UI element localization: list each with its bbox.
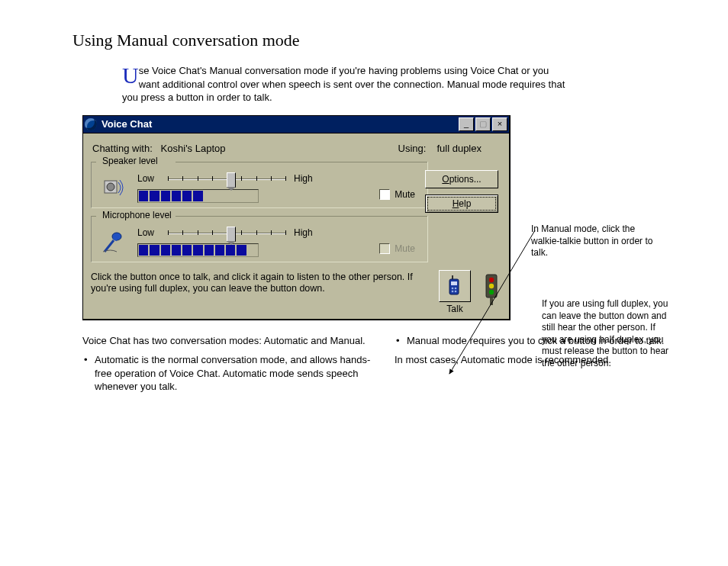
mic-slider[interactable] bbox=[168, 227, 286, 239]
microphone-legend: Microphone level bbox=[99, 210, 175, 220]
maximize-button: ▢ bbox=[475, 117, 491, 131]
speaker-mute[interactable]: Mute bbox=[379, 189, 415, 200]
mic-mute: Mute bbox=[379, 243, 415, 254]
svg-point-8 bbox=[455, 287, 457, 289]
speaker-icon bbox=[99, 174, 127, 201]
mic-low-label: Low bbox=[137, 227, 160, 238]
app-icon bbox=[85, 118, 97, 130]
svg-rect-6 bbox=[451, 281, 457, 285]
svg-point-12 bbox=[489, 277, 494, 281]
traffic-light-icon bbox=[482, 270, 501, 314]
microphone-icon bbox=[99, 228, 127, 256]
window-title: Voice Chat bbox=[101, 118, 457, 130]
talk-label: Talk bbox=[446, 304, 462, 314]
speaker-legend: Speaker level bbox=[99, 156, 161, 166]
using-value: full duplex bbox=[436, 143, 482, 154]
mic-mute-checkbox bbox=[379, 243, 390, 254]
svg-point-13 bbox=[489, 283, 494, 288]
speaker-high-label: High bbox=[294, 173, 317, 184]
mic-meter bbox=[137, 243, 259, 257]
svg-point-9 bbox=[452, 290, 454, 292]
svg-point-10 bbox=[455, 290, 457, 292]
help-button[interactable]: Help bbox=[425, 195, 498, 213]
options-button[interactable]: Options... bbox=[425, 170, 498, 188]
svg-rect-15 bbox=[490, 297, 493, 305]
col-left-intro: Voice Chat has two conversation modes: A… bbox=[82, 334, 373, 348]
intro-paragraph: Use Voice Chat's Manual conversation mod… bbox=[122, 64, 568, 105]
callout-manual-mode: In Manual mode, click the walkie-talkie … bbox=[531, 224, 661, 259]
microphone-level-group: Microphone level Low bbox=[91, 216, 428, 262]
using-label: Using: bbox=[398, 143, 427, 154]
minimize-button[interactable]: _ bbox=[459, 117, 474, 131]
speaker-mute-checkbox[interactable] bbox=[379, 189, 390, 200]
col-left-bullet: Automatic is the normal conversation mod… bbox=[82, 353, 373, 394]
voice-chat-window: Voice Chat _ ▢ × Chatting with: Koshi's … bbox=[82, 115, 511, 320]
col-right-bullet: Manual mode requires you to click a butt… bbox=[395, 334, 685, 348]
titlebar[interactable]: Voice Chat _ ▢ × bbox=[83, 116, 509, 133]
svg-point-14 bbox=[489, 289, 494, 294]
intro-text: se Voice Chat's Manual conversation mode… bbox=[122, 65, 565, 103]
walkie-talkie-icon bbox=[445, 275, 465, 297]
mic-high-label: High bbox=[294, 227, 317, 238]
chatting-with: Chatting with: Koshi's Laptop bbox=[92, 143, 398, 154]
svg-point-1 bbox=[107, 183, 114, 191]
speaker-low-label: Low bbox=[137, 173, 160, 184]
close-button[interactable]: × bbox=[492, 117, 507, 131]
speaker-meter bbox=[137, 189, 259, 203]
talk-button[interactable] bbox=[439, 270, 471, 302]
instruction-text: Click the button once to talk, and click… bbox=[91, 270, 428, 314]
svg-point-7 bbox=[452, 287, 454, 289]
speaker-mute-label: Mute bbox=[395, 189, 415, 200]
dropcap: U bbox=[122, 64, 139, 87]
chatting-value: Koshi's Laptop bbox=[161, 143, 226, 154]
page-title: Using Manual conversation mode bbox=[72, 31, 728, 50]
chatting-label: Chatting with: bbox=[92, 143, 153, 154]
speaker-level-group: Speaker level Low bbox=[91, 162, 428, 208]
speaker-slider[interactable] bbox=[168, 172, 286, 185]
mic-mute-label: Mute bbox=[395, 243, 415, 254]
